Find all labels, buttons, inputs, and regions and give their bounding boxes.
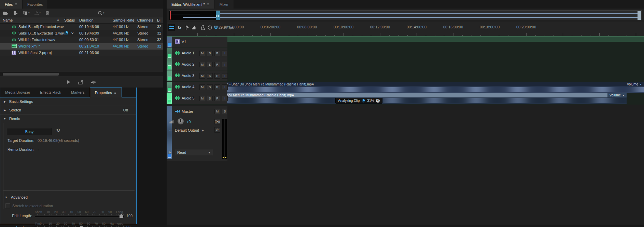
play-icon[interactable] (67, 80, 71, 85)
track-mute-button[interactable]: M (199, 62, 205, 67)
panel-menu-icon[interactable]: ≡ (15, 2, 17, 6)
tab-editor[interactable]: Editor: Wildlife.xml * ≡ (167, 0, 215, 9)
file-row[interactable]: Wildlife.xml *00:21:04:1044100 HzStereo3… (0, 43, 163, 50)
files-table-header[interactable]: Name ▲ Status Duration Sample Rate Chann… (0, 17, 163, 24)
expanded-caret-icon[interactable]: ▼ (0, 117, 9, 120)
col-name[interactable]: Name (3, 18, 13, 22)
reset-remix-icon[interactable]: ⟲ (55, 128, 61, 133)
audio-clip-2[interactable]: holi Meri Ya Muhammad (Rashid Hanif).mp4… (225, 93, 627, 104)
track-color-chip[interactable] (168, 65, 171, 69)
track-solo-button[interactable]: S (207, 73, 213, 79)
track-monitor-input-button[interactable]: I (222, 84, 228, 90)
track-header-audio4[interactable]: Audio 4MSRI (167, 82, 227, 93)
search-field[interactable]: ▾ (98, 9, 104, 17)
tab-markers[interactable]: Markers (66, 88, 90, 97)
section-stretch[interactable]: ▶ Stretch Off (0, 106, 136, 115)
col-duration[interactable]: Duration (79, 18, 94, 22)
col-bit[interactable]: Bi (157, 18, 160, 22)
tab-properties[interactable]: Properties ≡ (90, 88, 122, 97)
track-monitor-input-button[interactable]: I (222, 73, 228, 79)
tab-mixer[interactable]: Mixer (215, 0, 234, 9)
cancel-analysis-icon[interactable]: ✕ (376, 99, 380, 103)
timeline-area[interactable]: s - Bhar Do Jholi Meri Ya Muhammad (Rash… (167, 36, 644, 105)
section-advanced[interactable]: ▼ Advanced (5, 195, 28, 199)
automation-mode-select[interactable]: Read ▼ (175, 149, 213, 156)
track-header-audio5[interactable]: Audio 5MSRI (167, 93, 227, 104)
track-mute-button[interactable]: M (199, 96, 205, 101)
section-remix[interactable]: ▼ Remix (0, 115, 136, 123)
cancel-icon[interactable]: ✕ (71, 31, 74, 35)
export-icon[interactable] (78, 80, 83, 85)
master-mute-button[interactable]: M (214, 109, 220, 114)
files-hscrollbar[interactable] (0, 72, 163, 76)
track-color-chip[interactable] (168, 88, 171, 92)
file-row[interactable]: Wildlife/test-2.prproj00:21:03:06 (0, 50, 163, 56)
track-mute-button[interactable]: M (199, 84, 205, 90)
track-record-arm-button[interactable]: R (214, 62, 220, 67)
master-gain-knob[interactable] (178, 118, 184, 124)
track-monitor-input-button[interactable]: I (222, 96, 228, 101)
expanded-caret-icon[interactable]: ▼ (5, 196, 8, 199)
track-solo-button[interactable]: S (207, 51, 213, 56)
slider-track[interactable] (35, 216, 124, 217)
tab-effects-rack[interactable]: Effects Rack (35, 88, 66, 97)
file-row[interactable]: Sabri B...f) Extracted_1.wav✕00:19:46:09… (0, 30, 163, 37)
track-color-chip[interactable] (168, 43, 171, 46)
track-record-arm-button[interactable]: R (214, 96, 220, 101)
clip-volume-control[interactable]: Volume ▼ (625, 82, 644, 86)
tab-media-browser[interactable]: Media Browser (0, 88, 35, 97)
collapsed-caret-icon[interactable]: ▶ (0, 109, 9, 112)
timeline-empty-area[interactable] (167, 105, 644, 225)
track-header-audio2[interactable]: Audio 2MSRI (167, 59, 227, 70)
section-basic-settings[interactable]: ▶ Basic Settings (0, 97, 136, 106)
trash-icon[interactable] (45, 11, 49, 15)
audio-clip-1[interactable]: s - Bhar Do Jholi Meri Ya Muhammad (Rash… (225, 82, 644, 93)
overview-playhead[interactable] (170, 11, 171, 19)
left-arrow-icon[interactable]: ← (169, 128, 172, 132)
track-record-arm-button[interactable]: R (214, 84, 220, 90)
track-color-chip[interactable] (168, 99, 171, 103)
col-status[interactable]: Status (64, 18, 75, 22)
sort-asc-icon[interactable]: ▲ (57, 18, 59, 21)
track-mute-button[interactable]: M (199, 51, 205, 56)
no-effects-button[interactable]: ∅ (214, 127, 220, 133)
track-solo-button[interactable]: S (207, 84, 213, 90)
file-row[interactable]: Wildlife Extracted.wav00:00:30:0144100 H… (0, 37, 163, 43)
panel-menu-icon[interactable]: ≡ (114, 91, 117, 95)
output-select[interactable]: Default Output ▶ (175, 127, 212, 133)
files-hscrollbar-thumb[interactable] (3, 73, 59, 76)
track-mute-button[interactable]: M (199, 73, 205, 79)
clip-header[interactable]: holi Meri Ya Muhammad (Rashid Hanif).mp4… (225, 93, 627, 97)
loudness-icon[interactable] (91, 80, 96, 85)
monitor-input-button[interactable]: ((•)) (214, 119, 220, 124)
import-file-icon[interactable] (13, 11, 18, 15)
tab-files[interactable]: Files ≡ (0, 0, 23, 9)
track-record-arm-button[interactable]: R (214, 73, 220, 79)
track-solo-button[interactable]: S (207, 62, 213, 67)
track-color-chip[interactable] (168, 77, 171, 80)
track-header-audio1[interactable]: Audio 1MSRI (167, 48, 227, 59)
master-solo-button[interactable]: S (222, 109, 228, 114)
track-monitor-input-button[interactable]: I (222, 51, 228, 56)
new-item-icon[interactable]: ▾ (23, 11, 30, 15)
open-folder-icon[interactable] (3, 11, 8, 15)
clip-volume-control[interactable]: Volume ▼ (607, 93, 627, 97)
track-header-v1[interactable]: V1 (167, 37, 227, 48)
busy-button[interactable]: Busy (7, 128, 52, 135)
tab-favorites[interactable]: Favorites (23, 0, 48, 9)
panel-menu-icon[interactable]: ≡ (207, 2, 210, 6)
timeline-overview-bar[interactable]: ▮▮ (169, 10, 642, 20)
stretch-exact-checkbox[interactable] (5, 203, 10, 208)
col-channels[interactable]: Channels (137, 18, 153, 22)
file-row[interactable]: Sabri B...nif) Extracted.wav00:19:46:094… (0, 24, 163, 30)
overview-zoom-handle[interactable]: ▮▮ (216, 11, 220, 20)
clip-header[interactable]: s - Bhar Do Jholi Meri Ya Muhammad (Rash… (225, 82, 644, 86)
save-media-icon[interactable]: ▾ (34, 11, 41, 15)
chevron-right-icon[interactable]: ▶ (169, 151, 171, 154)
track-monitor-input-button[interactable]: I (222, 62, 228, 67)
collapsed-caret-icon[interactable]: ▶ (0, 100, 9, 103)
track-solo-button[interactable]: S (207, 96, 213, 101)
track-color-chip[interactable] (168, 54, 171, 58)
overview-right-handle[interactable] (638, 11, 641, 20)
track-header-audio3[interactable]: Audio 3MSRI (167, 70, 227, 81)
